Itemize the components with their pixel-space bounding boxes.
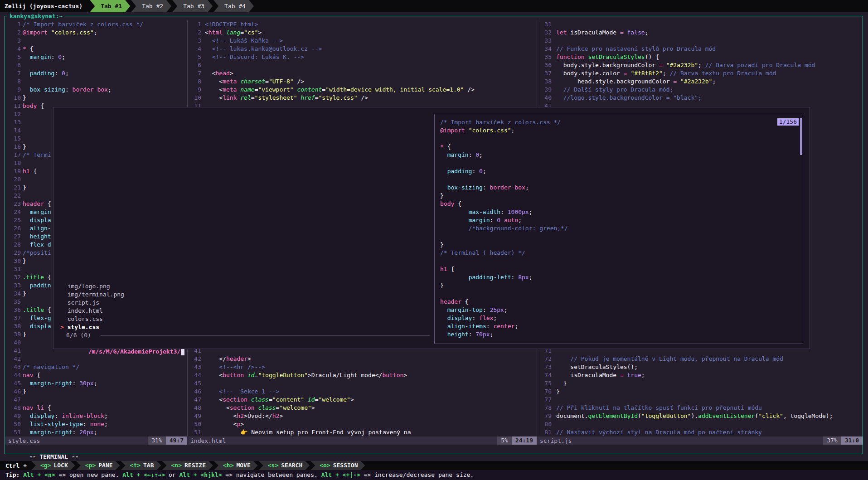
code-line: 42 </header> [188, 355, 536, 363]
code-line: 48 <section class="welcome"> [188, 404, 536, 412]
code-line: 51 margin-right: 20px; [6, 428, 187, 436]
keybind-pane[interactable]: <p>PANE [76, 461, 120, 470]
search-prompt[interactable]: /m/s/M/G/AkademieProjekt3/ [60, 339, 184, 348]
preview-line: header { [440, 298, 796, 306]
tab-4[interactable]: Tab #4 [213, 0, 254, 12]
code-line: 8 <meta charset="UTF-8" /> [188, 78, 536, 86]
progress-chip: 31% [148, 436, 165, 445]
code-line: 7 padding: 0; [6, 69, 187, 78]
code-line: 80 [537, 420, 863, 428]
tabs: Tab #1Tab #2Tab #3Tab #4 [90, 0, 255, 12]
keybind-move[interactable]: <h>MOVE [214, 461, 258, 470]
preview-line: padding-left: 8px; [440, 273, 796, 281]
keybind-lock[interactable]: <g>LOCK [31, 461, 75, 470]
statusline-filename: script.js [537, 437, 572, 444]
code-line: 45 margin-right: 30px; [6, 379, 187, 388]
code-line: 9 box-sizing: border-box; [6, 86, 187, 94]
code-line: 44nav { [6, 371, 187, 379]
preview-line: } [440, 281, 796, 290]
statusline-style-css: style.css 31%49:7 [5, 436, 187, 445]
file-item[interactable]: img/terminal.png [60, 291, 124, 299]
keybind-prefix: Ctrl + [5, 462, 27, 469]
code-line: 49 display: inline-block; [6, 412, 187, 420]
code-line: 36 body.style.backgroundColor = "#2a232b… [537, 61, 863, 69]
code-line: 47 [6, 396, 187, 404]
keybind-search[interactable]: <s>SEARCH [259, 461, 310, 470]
code-line: 46} [6, 388, 187, 396]
code-line: 31 [537, 20, 863, 29]
preview-content: /* Import barviček z colors.css */@impor… [440, 118, 796, 339]
code-line: 50 list-style-type: none; [6, 420, 187, 428]
preview-line: body { [440, 200, 796, 208]
code-line: 35function setDraculaStyles() { [537, 53, 863, 61]
preview-line [440, 159, 796, 167]
code-line: 74 isDraculaMode = true; [537, 371, 863, 379]
statusline-script-js: script.js 37%31:0 [537, 436, 863, 445]
code-line: 40 //logo.style.backgroundColor = "black… [537, 94, 863, 102]
preview-line [440, 257, 796, 265]
code-line: 37 body.style.color = "#f8f8f2"; // Barv… [537, 69, 863, 78]
keybind-session[interactable]: <o>SESSION [310, 461, 365, 470]
code-line: 6 [6, 61, 187, 69]
text-cursor [181, 349, 184, 355]
code-line: 3 [6, 37, 187, 45]
preview-line: } [440, 192, 796, 200]
code-line: 78// Při kliknutí na tlačítko spusť funk… [537, 404, 863, 412]
file-picker-float[interactable]: img/logo.png img/terminal.png script.js … [53, 107, 810, 349]
mode-indicator: -- TERMINAL -- [26, 453, 79, 460]
keybind-bar: Ctrl + <g>LOCK<p>PANE<t>TAB<n>RESIZE<h>M… [0, 461, 868, 470]
file-item[interactable]: script.js [60, 299, 124, 307]
preview-line: @import "colors.css"; [440, 126, 796, 135]
position-chip: 24:19 [512, 436, 537, 445]
code-line: 79document.getElementById("toggleButton"… [537, 412, 863, 420]
code-line: 1/* Import barviček z colors.css */ [6, 20, 187, 29]
prompt-path: /m/s/M/G/AkademieProjekt3/ [88, 348, 181, 355]
preview-line: height: 70px; [440, 330, 796, 339]
code-line: 48nav li { [6, 404, 187, 412]
terminal-area[interactable]: kankys@skynet:~ 1/* Import barviček z co… [0, 12, 868, 461]
match-counter: 6/6 (0) [66, 331, 91, 339]
tab-1[interactable]: Tab #1 [90, 0, 130, 12]
preview-line [440, 135, 796, 143]
preview-line: padding: 0; [440, 167, 796, 175]
position-chip: 49:7 [166, 436, 187, 445]
preview-line: align-items: center; [440, 322, 796, 330]
code-line: 6 [188, 61, 536, 69]
code-line: 34// Funkce pro nastavení stylů pro Drac… [537, 45, 863, 53]
preview-line: /* Terminal ( header) */ [440, 249, 796, 257]
keybind-tab[interactable]: <t>TAB [121, 461, 161, 470]
tab-3[interactable]: Tab #3 [172, 0, 213, 12]
code-line: 44 <button id="toggleButton">Dracula/Lig… [188, 371, 536, 379]
code-line: 50 <p> [188, 420, 536, 428]
file-item[interactable]: img/logo.png [60, 282, 124, 291]
tab-2[interactable]: Tab #2 [131, 0, 171, 12]
code-line: 73 setDraculaStyles(); [537, 363, 863, 371]
preview-line: /* Import barviček z colors.css */ [440, 118, 796, 126]
preview-line: h1 { [440, 265, 796, 273]
file-item[interactable]: > style.css [60, 323, 124, 331]
code-line: 1<!DOCTYPE html> [188, 20, 536, 29]
keybind-resize[interactable]: <n>RESIZE [162, 461, 213, 470]
code-line: 81// Nastavit výchozí styl na Dracula mó… [537, 428, 863, 436]
code-line: 2<html lang="cs"> [188, 29, 536, 37]
code-line: 49 <h2>Úvod:</h2> [188, 412, 536, 420]
command-line: -- TERMINAL -- 1,0-1 Vše [5, 445, 863, 453]
code-line: 43 <!--<hr />--> [188, 363, 536, 371]
code-line: 43/* navigation */ [6, 363, 187, 371]
preview-line: } [440, 241, 796, 249]
preview-scrollbar[interactable] [800, 118, 802, 155]
preview-line: display: flex; [440, 314, 796, 322]
tab-bar: Zellij (joyous-cactus) Tab #1Tab #2Tab #… [0, 0, 868, 12]
match-position-badge: 1/156 [777, 118, 799, 126]
file-item[interactable]: colors.css [60, 315, 124, 323]
file-list: img/logo.png img/terminal.png script.js … [60, 282, 124, 331]
code-line: 8 [6, 78, 187, 86]
preview-line [440, 290, 796, 298]
code-line: 3 <!-- Lukáš Kaňka --> [188, 37, 536, 45]
statusline-index-html: index.html 5%24:19 [187, 436, 537, 445]
code-line: 72 // Pokud je momentálně v Light modu, … [537, 355, 863, 363]
file-item[interactable]: index.html [60, 307, 124, 315]
code-line: 39 // Další styly pro Dracula mód; [537, 86, 863, 94]
code-line: 42 [6, 355, 187, 363]
code-line: 33 [537, 37, 863, 45]
